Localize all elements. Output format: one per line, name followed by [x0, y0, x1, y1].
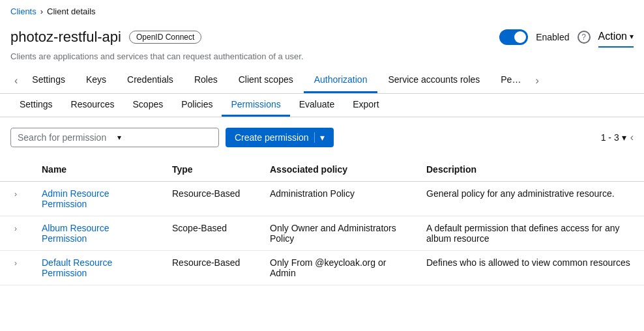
- permission-name-link[interactable]: Admin Resource Permission: [42, 188, 110, 209]
- table-row: › Album Resource Permission Scope-Based …: [0, 216, 644, 251]
- tab-roles[interactable]: Roles: [184, 68, 228, 93]
- action-button[interactable]: Action ▾: [598, 27, 634, 48]
- tab-service-accounts[interactable]: Service accounts roles: [377, 68, 490, 93]
- pagination-caret-icon: ▾: [622, 132, 626, 143]
- enabled-toggle[interactable]: [499, 29, 528, 45]
- search-caret-icon: ▾: [117, 133, 212, 142]
- subtitle: Clients are applications and services th…: [0, 50, 644, 68]
- sub-tab-policies[interactable]: Policies: [172, 94, 222, 117]
- tab-more[interactable]: Pe…: [490, 68, 531, 93]
- permission-name-link[interactable]: Default Resource Permission: [42, 257, 112, 278]
- breadcrumb-clients-link[interactable]: Clients: [10, 7, 37, 16]
- expand-row-button[interactable]: ›: [10, 257, 21, 269]
- openid-badge: OpenID Connect: [129, 31, 201, 44]
- permission-type: Scope-Based: [162, 216, 259, 251]
- col-desc-header: Description: [416, 158, 644, 182]
- tab-authorization[interactable]: Authorization: [304, 68, 378, 93]
- permission-policy: Only Owner and Administrators Policy: [259, 216, 416, 251]
- col-policy-header: Associated policy: [259, 158, 416, 182]
- permission-type: Resource-Based: [162, 251, 259, 285]
- expand-row-button[interactable]: ›: [10, 223, 21, 235]
- permission-policy: Only From @keycloak.org or Admin: [259, 251, 416, 285]
- table-row: › Admin Resource Permission Resource-Bas…: [0, 182, 644, 216]
- pagination-range[interactable]: 1 - 3 ▾: [601, 132, 626, 143]
- permission-description: Defines who is allowed to view common re…: [416, 251, 644, 285]
- permissions-table: Name Type Associated policy Description …: [0, 158, 644, 285]
- tab-settings[interactable]: Settings: [22, 68, 76, 93]
- search-dropdown[interactable]: Search for permission ▾: [10, 128, 219, 147]
- sub-tab-export[interactable]: Export: [344, 94, 388, 117]
- breadcrumb-current: Client details: [47, 7, 95, 16]
- tab-credentials[interactable]: Credentials: [117, 68, 184, 93]
- enabled-label: Enabled: [536, 32, 569, 42]
- permission-description: A default permission that defines access…: [416, 216, 644, 251]
- col-expand-header: [0, 158, 31, 182]
- breadcrumb: Clients › Client details: [0, 0, 644, 23]
- sub-tab-settings[interactable]: Settings: [10, 94, 62, 117]
- permission-policy: Administration Policy: [259, 182, 416, 216]
- sub-tab-evaluate[interactable]: Evaluate: [290, 94, 344, 117]
- col-name-header: Name: [31, 158, 162, 182]
- sub-tab-resources[interactable]: Resources: [62, 94, 124, 117]
- col-type-header: Type: [162, 158, 259, 182]
- breadcrumb-separator: ›: [40, 7, 43, 16]
- search-placeholder: Search for permission: [18, 132, 112, 143]
- permission-type: Resource-Based: [162, 182, 259, 216]
- action-caret-icon: ▾: [630, 32, 634, 41]
- permission-description: General policy for any administrative re…: [416, 182, 644, 216]
- tabs-prev-button[interactable]: ‹: [10, 68, 22, 93]
- tab-client-scopes[interactable]: Client scopes: [228, 68, 304, 93]
- permission-name-link[interactable]: Album Resource Permission: [42, 223, 110, 244]
- pagination-prev-button[interactable]: ‹: [630, 132, 634, 143]
- help-icon[interactable]: ?: [578, 31, 591, 44]
- pagination: 1 - 3 ▾ ‹: [601, 132, 634, 143]
- create-btn-caret-icon[interactable]: ▾: [314, 132, 325, 143]
- sub-tab-scopes[interactable]: Scopes: [124, 94, 173, 117]
- tabs-next-button[interactable]: ›: [531, 68, 542, 93]
- sub-tab-permissions[interactable]: Permissions: [222, 94, 289, 117]
- tab-keys[interactable]: Keys: [76, 68, 117, 93]
- create-permission-button[interactable]: Create permission ▾: [226, 128, 334, 147]
- app-title: photoz-restful-api: [10, 29, 121, 46]
- expand-row-button[interactable]: ›: [10, 188, 21, 200]
- table-row: › Default Resource Permission Resource-B…: [0, 251, 644, 285]
